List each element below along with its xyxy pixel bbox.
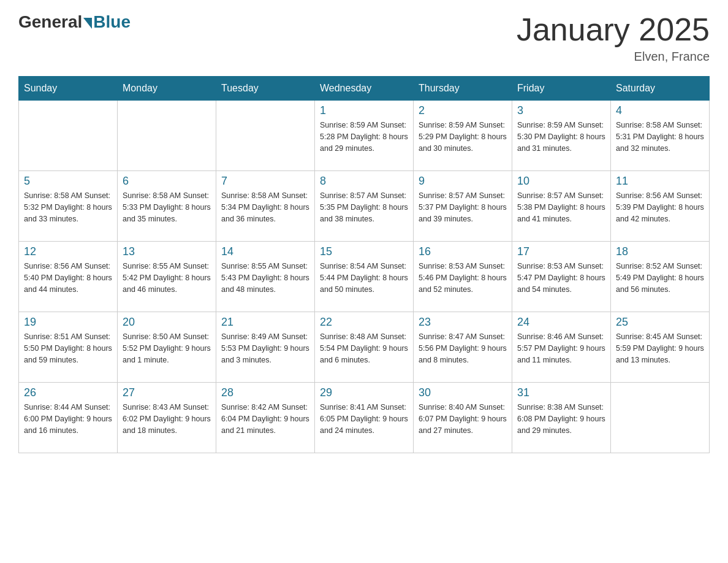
calendar-cell: 19Sunrise: 8:51 AM Sunset: 5:50 PM Dayli…	[19, 312, 118, 383]
calendar-cell	[216, 101, 315, 171]
day-number: 4	[616, 104, 704, 117]
day-info: Sunrise: 8:55 AM Sunset: 5:43 PM Dayligh…	[221, 261, 309, 295]
day-number: 22	[320, 316, 408, 329]
calendar-cell: 18Sunrise: 8:52 AM Sunset: 5:49 PM Dayli…	[611, 242, 710, 312]
day-number: 17	[517, 245, 605, 258]
day-info: Sunrise: 8:45 AM Sunset: 5:59 PM Dayligh…	[616, 331, 704, 366]
day-info: Sunrise: 8:56 AM Sunset: 5:40 PM Dayligh…	[24, 261, 112, 295]
calendar-cell: 28Sunrise: 8:42 AM Sunset: 6:04 PM Dayli…	[216, 383, 315, 453]
day-number: 1	[320, 104, 408, 117]
calendar-cell: 20Sunrise: 8:50 AM Sunset: 5:52 PM Dayli…	[118, 312, 216, 383]
calendar-cell: 21Sunrise: 8:49 AM Sunset: 5:53 PM Dayli…	[216, 312, 315, 383]
day-number: 10	[517, 175, 605, 188]
calendar-week-row: 26Sunrise: 8:44 AM Sunset: 6:00 PM Dayli…	[19, 383, 710, 453]
day-number: 11	[616, 175, 704, 188]
day-number: 29	[320, 386, 408, 399]
day-number: 16	[419, 245, 507, 258]
calendar-cell	[611, 383, 710, 453]
day-info: Sunrise: 8:44 AM Sunset: 6:00 PM Dayligh…	[24, 402, 112, 436]
day-number: 31	[517, 386, 605, 399]
page-header: General Blue January 2025 Elven, France	[18, 12, 710, 64]
calendar-cell: 4Sunrise: 8:58 AM Sunset: 5:31 PM Daylig…	[611, 101, 710, 171]
month-title: January 2025	[517, 12, 710, 47]
day-info: Sunrise: 8:58 AM Sunset: 5:33 PM Dayligh…	[123, 190, 211, 224]
calendar-cell: 25Sunrise: 8:45 AM Sunset: 5:59 PM Dayli…	[611, 312, 710, 383]
day-of-week-wednesday: Wednesday	[315, 77, 414, 101]
day-info: Sunrise: 8:41 AM Sunset: 6:05 PM Dayligh…	[320, 402, 408, 436]
day-info: Sunrise: 8:40 AM Sunset: 6:07 PM Dayligh…	[419, 402, 507, 436]
title-block: January 2025 Elven, France	[517, 12, 710, 64]
day-info: Sunrise: 8:53 AM Sunset: 5:46 PM Dayligh…	[419, 261, 507, 295]
logo-general-text: General	[18, 12, 82, 32]
day-number: 9	[419, 175, 507, 188]
day-of-week-monday: Monday	[118, 77, 216, 101]
calendar-cell: 30Sunrise: 8:40 AM Sunset: 6:07 PM Dayli…	[414, 383, 512, 453]
calendar-week-row: 19Sunrise: 8:51 AM Sunset: 5:50 PM Dayli…	[19, 312, 710, 383]
calendar-cell: 13Sunrise: 8:55 AM Sunset: 5:42 PM Dayli…	[118, 242, 216, 312]
day-number: 13	[123, 245, 211, 258]
day-number: 19	[24, 316, 112, 329]
calendar-cell: 10Sunrise: 8:57 AM Sunset: 5:38 PM Dayli…	[512, 171, 611, 242]
logo-blue-text: Blue	[93, 12, 131, 32]
day-number: 26	[24, 386, 112, 399]
day-info: Sunrise: 8:42 AM Sunset: 6:04 PM Dayligh…	[221, 402, 309, 436]
day-info: Sunrise: 8:58 AM Sunset: 5:32 PM Dayligh…	[24, 190, 112, 224]
logo-triangle-icon	[83, 18, 92, 29]
day-number: 12	[24, 245, 112, 258]
day-info: Sunrise: 8:57 AM Sunset: 5:38 PM Dayligh…	[517, 190, 605, 224]
day-number: 24	[517, 316, 605, 329]
calendar-cell: 31Sunrise: 8:38 AM Sunset: 6:08 PM Dayli…	[512, 383, 611, 453]
day-info: Sunrise: 8:51 AM Sunset: 5:50 PM Dayligh…	[24, 331, 112, 366]
calendar-cell: 15Sunrise: 8:54 AM Sunset: 5:44 PM Dayli…	[315, 242, 414, 312]
calendar-cell: 27Sunrise: 8:43 AM Sunset: 6:02 PM Dayli…	[118, 383, 216, 453]
day-of-week-sunday: Sunday	[19, 77, 118, 101]
day-of-week-thursday: Thursday	[414, 77, 512, 101]
calendar-cell: 3Sunrise: 8:59 AM Sunset: 5:30 PM Daylig…	[512, 101, 611, 171]
day-info: Sunrise: 8:38 AM Sunset: 6:08 PM Dayligh…	[517, 402, 605, 436]
calendar-week-row: 12Sunrise: 8:56 AM Sunset: 5:40 PM Dayli…	[19, 242, 710, 312]
day-info: Sunrise: 8:47 AM Sunset: 5:56 PM Dayligh…	[419, 331, 507, 366]
day-number: 5	[24, 175, 112, 188]
day-info: Sunrise: 8:59 AM Sunset: 5:29 PM Dayligh…	[419, 120, 507, 154]
day-number: 28	[221, 386, 309, 399]
day-of-week-friday: Friday	[512, 77, 611, 101]
day-number: 7	[221, 175, 309, 188]
day-number: 27	[123, 386, 211, 399]
calendar-body: 1Sunrise: 8:59 AM Sunset: 5:28 PM Daylig…	[19, 101, 710, 453]
calendar-week-row: 1Sunrise: 8:59 AM Sunset: 5:28 PM Daylig…	[19, 101, 710, 171]
calendar-cell: 2Sunrise: 8:59 AM Sunset: 5:29 PM Daylig…	[414, 101, 512, 171]
day-info: Sunrise: 8:58 AM Sunset: 5:34 PM Dayligh…	[221, 190, 309, 224]
calendar-cell: 6Sunrise: 8:58 AM Sunset: 5:33 PM Daylig…	[118, 171, 216, 242]
day-number: 21	[221, 316, 309, 329]
day-info: Sunrise: 8:46 AM Sunset: 5:57 PM Dayligh…	[517, 331, 605, 366]
day-number: 8	[320, 175, 408, 188]
day-info: Sunrise: 8:52 AM Sunset: 5:49 PM Dayligh…	[616, 261, 704, 295]
calendar-cell: 29Sunrise: 8:41 AM Sunset: 6:05 PM Dayli…	[315, 383, 414, 453]
calendar-cell	[19, 101, 118, 171]
day-number: 18	[616, 245, 704, 258]
calendar-cell: 7Sunrise: 8:58 AM Sunset: 5:34 PM Daylig…	[216, 171, 315, 242]
day-number: 3	[517, 104, 605, 117]
day-number: 30	[419, 386, 507, 399]
calendar-cell: 8Sunrise: 8:57 AM Sunset: 5:35 PM Daylig…	[315, 171, 414, 242]
calendar-cell: 9Sunrise: 8:57 AM Sunset: 5:37 PM Daylig…	[414, 171, 512, 242]
day-number: 2	[419, 104, 507, 117]
calendar-cell: 22Sunrise: 8:48 AM Sunset: 5:54 PM Dayli…	[315, 312, 414, 383]
calendar-cell	[118, 101, 216, 171]
day-of-week-saturday: Saturday	[611, 77, 710, 101]
day-number: 6	[123, 175, 211, 188]
day-info: Sunrise: 8:56 AM Sunset: 5:39 PM Dayligh…	[616, 190, 704, 224]
day-info: Sunrise: 8:58 AM Sunset: 5:31 PM Dayligh…	[616, 120, 704, 154]
calendar-table: SundayMondayTuesdayWednesdayThursdayFrid…	[18, 76, 710, 453]
days-of-week-row: SundayMondayTuesdayWednesdayThursdayFrid…	[19, 77, 710, 101]
day-info: Sunrise: 8:57 AM Sunset: 5:35 PM Dayligh…	[320, 190, 408, 224]
calendar-cell: 12Sunrise: 8:56 AM Sunset: 5:40 PM Dayli…	[19, 242, 118, 312]
day-number: 25	[616, 316, 704, 329]
day-info: Sunrise: 8:43 AM Sunset: 6:02 PM Dayligh…	[123, 402, 211, 436]
day-info: Sunrise: 8:48 AM Sunset: 5:54 PM Dayligh…	[320, 331, 408, 366]
calendar-week-row: 5Sunrise: 8:58 AM Sunset: 5:32 PM Daylig…	[19, 171, 710, 242]
day-info: Sunrise: 8:57 AM Sunset: 5:37 PM Dayligh…	[419, 190, 507, 224]
calendar-cell: 14Sunrise: 8:55 AM Sunset: 5:43 PM Dayli…	[216, 242, 315, 312]
day-info: Sunrise: 8:53 AM Sunset: 5:47 PM Dayligh…	[517, 261, 605, 295]
calendar-cell: 1Sunrise: 8:59 AM Sunset: 5:28 PM Daylig…	[315, 101, 414, 171]
